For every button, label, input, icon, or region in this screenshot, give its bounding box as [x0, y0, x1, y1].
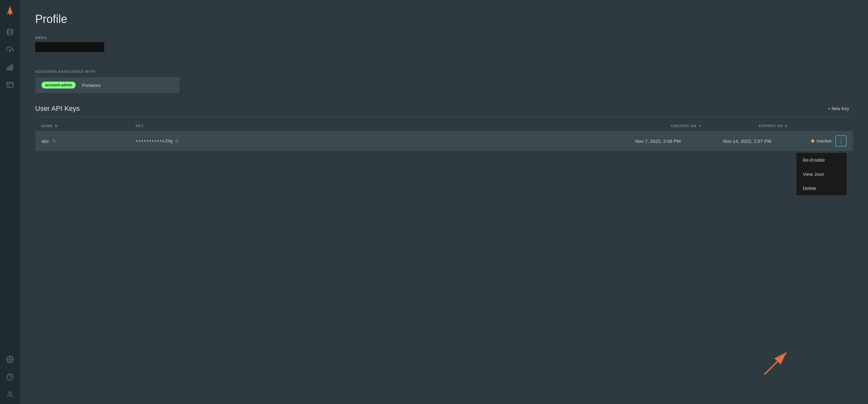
view-json-button[interactable]: View Json	[797, 167, 847, 181]
settings-icon[interactable]	[6, 355, 14, 364]
status-badge: inactive	[817, 138, 832, 144]
page-title: Profile	[35, 12, 853, 26]
api-keys-header: User API Keys + New Key	[35, 104, 853, 113]
accounts-row: account-admin Portworx	[35, 77, 180, 93]
edit-name-icon[interactable]: ✎	[52, 138, 56, 144]
sort-created-icon: ▼	[699, 124, 702, 128]
email-label: EMAIL	[35, 36, 853, 39]
svg-point-1	[7, 29, 13, 31]
more-options-button[interactable]: ⋮	[835, 135, 847, 147]
sidebar	[0, 0, 20, 404]
svg-rect-4	[9, 66, 10, 70]
sort-name-icon: ⇅	[55, 124, 58, 128]
new-key-button[interactable]: + New Key	[824, 104, 853, 113]
header-key: KEY	[136, 124, 671, 128]
cell-key: ••••••••••xJhg ⧉	[136, 138, 635, 144]
svg-point-10	[7, 374, 13, 380]
svg-point-9	[9, 359, 11, 361]
database-icon[interactable]	[6, 28, 14, 36]
api-keys-section: User API Keys + New Key NAME ⇅ KEY CREAT…	[35, 104, 853, 151]
account-name: Portworx	[82, 83, 100, 88]
account-badge: account-admin	[41, 82, 76, 89]
accounts-label: ACCOUNTS ASSOCIATED WITH	[35, 70, 853, 73]
api-keys-table: NAME ⇅ KEY CREATED ON ▼ EXPIRES ON ⇅	[35, 121, 853, 151]
svg-marker-0	[7, 6, 13, 15]
sort-expires-icon: ⇅	[785, 124, 787, 128]
delete-button[interactable]: Delete	[797, 181, 847, 195]
cell-name: abc ✎	[41, 138, 136, 144]
help-icon[interactable]	[6, 373, 14, 381]
email-value	[35, 42, 104, 52]
main-content: Profile EMAIL ACCOUNTS ASSOCIATED WITH a…	[20, 0, 868, 404]
logo-icon[interactable]	[4, 5, 16, 16]
svg-line-14	[764, 352, 786, 374]
header-name: NAME ⇅	[41, 124, 136, 128]
analytics-icon[interactable]	[6, 63, 14, 71]
header-created-on: CREATED ON ▼	[671, 124, 759, 128]
api-keys-title: User API Keys	[35, 104, 80, 113]
svg-rect-6	[7, 82, 13, 87]
billing-icon[interactable]	[6, 80, 14, 89]
arrow-annotation	[761, 346, 793, 379]
email-section: EMAIL	[35, 36, 853, 62]
cloud-upload-icon[interactable]	[6, 45, 14, 54]
header-expires-on: EXPIRES ON ⇅	[759, 124, 847, 128]
copy-key-icon[interactable]: ⧉	[175, 138, 178, 144]
svg-point-12	[9, 392, 11, 394]
status-dot	[811, 139, 814, 143]
cell-expires-on: Nov 14, 2022, 2:07 PM	[723, 138, 811, 144]
accounts-section: ACCOUNTS ASSOCIATED WITH account-admin P…	[35, 70, 853, 93]
table-header: NAME ⇅ KEY CREATED ON ▼ EXPIRES ON ⇅	[35, 121, 853, 131]
status-cell: inactive	[811, 138, 832, 144]
user-icon[interactable]	[6, 390, 14, 399]
svg-rect-5	[11, 65, 12, 70]
svg-rect-3	[7, 68, 8, 70]
re-enable-button[interactable]: Re-Enable	[797, 153, 847, 167]
dropdown-menu: Re-Enable View Json Delete	[797, 153, 847, 195]
cell-created-on: Nov 7, 2022, 2:08 PM	[635, 138, 723, 144]
cell-actions: inactive ⋮ Re-Enable View Json Delete	[811, 135, 847, 147]
table-row: abc ✎ ••••••••••xJhg ⧉ Nov 7, 2022, 2:08…	[35, 131, 853, 151]
